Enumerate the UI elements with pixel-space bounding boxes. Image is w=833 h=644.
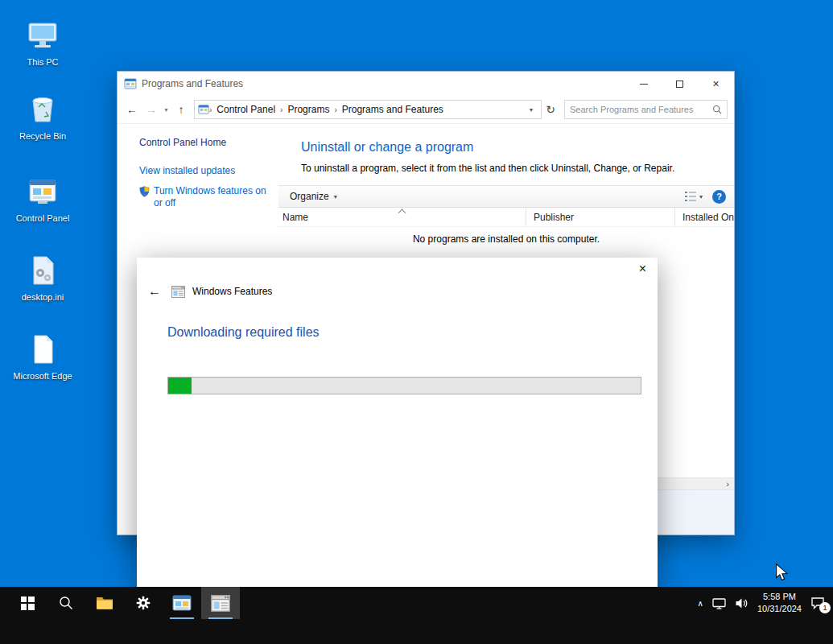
windows-logo-icon xyxy=(21,597,35,610)
action-center-icon[interactable]: 1 xyxy=(810,597,825,609)
microsoft-edge-icon xyxy=(25,332,60,367)
page-heading: Uninstall or change a program xyxy=(301,140,734,155)
search-box[interactable] xyxy=(564,100,728,119)
progress-bar xyxy=(167,377,641,394)
close-button[interactable]: × xyxy=(698,72,734,96)
taskbar-settings-button[interactable] xyxy=(124,587,163,619)
start-button[interactable] xyxy=(8,587,47,619)
desktop-icon-label: Microsoft Edge xyxy=(13,370,72,382)
help-button[interactable]: ? xyxy=(712,190,726,204)
volume-icon[interactable] xyxy=(735,597,748,609)
dialog-back-button[interactable]: ← xyxy=(145,284,164,299)
address-bar[interactable]: › Control Panel › Programs › Programs an… xyxy=(194,100,542,119)
windows-features-icon xyxy=(171,286,185,298)
navigation-bar: ← → ▾ ↑ › Control Panel › Programs › Pro… xyxy=(118,96,734,124)
gear-icon xyxy=(135,595,151,611)
taskbar-windows-features-button[interactable] xyxy=(201,587,240,619)
taskbar-control-panel-button[interactable] xyxy=(163,587,201,619)
maximize-button[interactable] xyxy=(662,72,698,96)
view-dropdown-icon: ▾ xyxy=(699,193,703,200)
window-app-icon xyxy=(124,77,137,90)
page-description: To uninstall a program, select it from t… xyxy=(301,163,734,174)
breadcrumb-programs[interactable]: Programs xyxy=(282,104,334,115)
change-view-button[interactable]: ▾ xyxy=(685,192,703,201)
column-headers: Name Publisher Installed On xyxy=(278,208,734,227)
maximize-icon xyxy=(676,80,683,88)
column-header-name[interactable]: Name xyxy=(278,208,526,226)
notification-badge: 1 xyxy=(819,602,831,613)
toolbar-right-group: ▾ ? xyxy=(685,190,726,204)
file-explorer-icon xyxy=(96,596,113,610)
desktop-icon-control-panel[interactable]: Control Panel xyxy=(11,174,74,224)
clock-date: 10/31/2024 xyxy=(757,603,802,615)
organize-dropdown-icon: ▾ xyxy=(334,193,337,200)
this-pc-icon xyxy=(25,18,60,53)
taskbar-search-button[interactable] xyxy=(47,587,85,619)
system-tray: ∧ 5:58 PM 10/31/2024 1 xyxy=(698,587,828,619)
address-location-icon xyxy=(198,104,209,115)
desktop-icon-desktop-ini[interactable]: desktop.ini xyxy=(11,253,74,303)
refresh-button[interactable]: ↻ xyxy=(542,103,559,116)
empty-list-message: No programs are installed on this comput… xyxy=(278,233,734,245)
taskbar-clock[interactable]: 5:58 PM 10/31/2024 xyxy=(757,591,802,615)
windows-features-icon xyxy=(211,595,230,612)
list-view-icon xyxy=(685,192,696,201)
desktop-icon-microsoft-edge[interactable]: Microsoft Edge xyxy=(11,332,74,382)
download-status-text: Downloading required files xyxy=(167,325,320,340)
minimize-icon xyxy=(640,84,648,85)
taskbar-file-explorer-button[interactable] xyxy=(85,587,124,619)
progress-fill xyxy=(168,378,192,394)
desktop-screen: This PC Recycle Bin Control Panel deskto… xyxy=(0,0,833,644)
column-label: Publisher xyxy=(534,212,574,223)
desktop-icon-this-pc[interactable]: This PC xyxy=(11,18,74,68)
window-caption-buttons: × xyxy=(625,72,734,96)
close-icon: × xyxy=(712,78,719,89)
search-input[interactable] xyxy=(570,105,712,114)
breadcrumb-programs-and-features[interactable]: Programs and Features xyxy=(337,104,448,115)
breadcrumb-control-panel[interactable]: Control Panel xyxy=(212,104,280,115)
desktop-icon-label: Recycle Bin xyxy=(19,130,66,142)
dialog-title: Windows Features xyxy=(192,286,272,297)
control-panel-icon xyxy=(25,174,60,209)
column-header-publisher[interactable]: Publisher xyxy=(526,208,675,226)
command-toolbar: Organize ▾ ▾ ? xyxy=(278,185,734,208)
forward-button[interactable]: → xyxy=(142,103,161,116)
back-button[interactable]: ← xyxy=(122,103,142,116)
column-label: Name xyxy=(282,212,308,223)
window-titlebar[interactable]: Programs and Features × xyxy=(118,72,734,96)
desktop-icon-label: This PC xyxy=(27,56,58,68)
mouse-cursor xyxy=(775,564,790,581)
desktop-icon-label: Control Panel xyxy=(16,213,70,224)
column-header-installed-on[interactable]: Installed On xyxy=(675,208,734,226)
desktop-icon-label: desktop.ini xyxy=(22,291,64,303)
taskbar: ∧ 5:58 PM 10/31/2024 1 xyxy=(0,587,833,644)
uac-shield-icon xyxy=(139,186,150,197)
desktop-icon-recycle-bin[interactable]: Recycle Bin xyxy=(11,92,74,142)
show-hidden-icons-chevron-icon[interactable]: ∧ xyxy=(698,599,703,608)
recent-locations-chevron-icon[interactable]: ▾ xyxy=(161,106,171,114)
sort-ascending-icon xyxy=(398,209,406,217)
organize-button[interactable]: Organize ▾ xyxy=(290,191,337,202)
clock-time: 5:58 PM xyxy=(763,591,796,603)
minimize-button[interactable] xyxy=(625,72,662,96)
windows-features-dialog: × ← Windows Features Downloading require… xyxy=(137,258,658,588)
search-icon xyxy=(712,105,722,114)
dialog-header: ← Windows Features xyxy=(145,284,272,299)
organize-label: Organize xyxy=(290,191,329,202)
search-icon xyxy=(59,596,73,610)
desktop-ini-icon xyxy=(25,253,60,288)
recycle-bin-icon xyxy=(25,92,60,127)
sidebar-control-panel-home[interactable]: Control Panel Home xyxy=(139,137,272,148)
column-label: Installed On xyxy=(682,212,734,223)
question-icon: ? xyxy=(716,192,722,201)
address-dropdown-chevron-icon[interactable]: ▾ xyxy=(525,106,538,114)
dialog-close-button[interactable]: × xyxy=(639,262,646,276)
scroll-right-arrow[interactable]: › xyxy=(721,478,734,489)
control-panel-window-icon xyxy=(172,594,192,612)
sidebar-link-label: Turn Windows features on or off xyxy=(154,185,272,210)
window-title: Programs and Features xyxy=(142,78,243,89)
sidebar-turn-windows-features[interactable]: Turn Windows features on or off xyxy=(139,185,272,210)
network-icon[interactable] xyxy=(712,597,726,609)
sidebar-view-installed-updates[interactable]: View installed updates xyxy=(139,165,272,178)
up-button[interactable]: ↑ xyxy=(171,103,191,116)
